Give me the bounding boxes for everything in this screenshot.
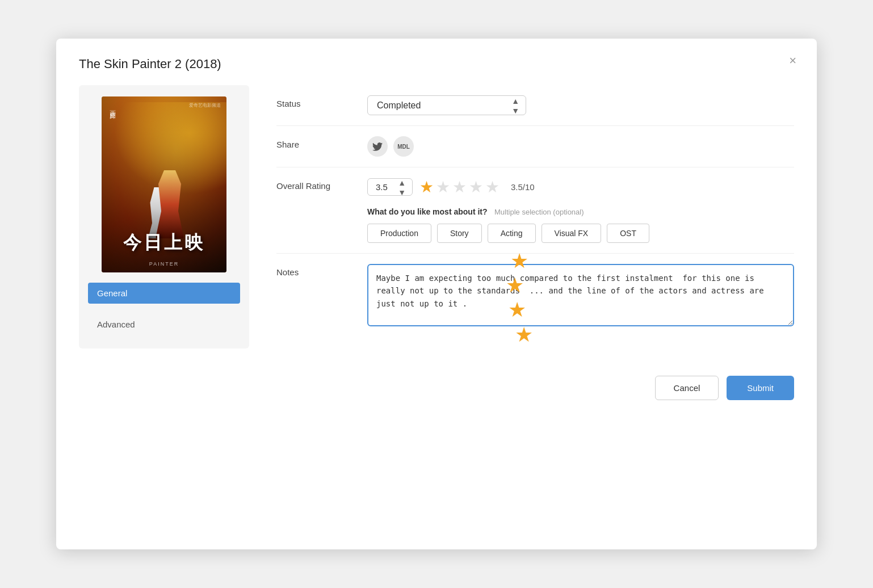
share-row: Share MDL	[276, 126, 794, 167]
rating-content: 3.5 0 0.5 1 1.5 2 2.5 3 4 4.5 5	[367, 178, 794, 243]
star-4[interactable]: ★	[469, 178, 483, 196]
stars-display: ★ ★ ★ ★ ★	[419, 178, 500, 196]
modal-footer: Cancel Submit	[79, 367, 794, 400]
star-3[interactable]: ★	[452, 178, 467, 196]
poster-vertical-text: 画皮师	[108, 106, 117, 109]
notes-content: Maybe I am expecting too much compared t…	[367, 264, 794, 329]
modal-body: 爱奇艺电影频道 画皮师 今日上映 PAINTER General Advance…	[79, 85, 794, 348]
tag-story[interactable]: Story	[437, 224, 482, 243]
tag-buttons-container: Production Story Acting Visual FX OST	[367, 224, 794, 243]
share-content: MDL	[367, 136, 794, 157]
tag-ost[interactable]: OST	[607, 224, 649, 243]
rating-label: Overall Rating	[276, 178, 367, 191]
notes-textarea[interactable]: Maybe I am expecting too much compared t…	[367, 264, 794, 326]
left-panel: 爱奇艺电影频道 画皮师 今日上映 PAINTER General Advance…	[79, 85, 249, 348]
rating-row: Overall Rating 3.5 0 0.5 1 1.5 2 2.5	[276, 167, 794, 254]
status-row: Status Completed Watching Plan to Watch …	[276, 85, 794, 126]
rating-text: 3.5/10	[511, 182, 535, 192]
twitter-share-button[interactable]	[367, 136, 388, 157]
poster-title-cn: 今日上映	[123, 230, 205, 255]
what-like-label: What do you like most about it?	[367, 207, 488, 216]
status-select[interactable]: Completed Watching Plan to Watch Dropped…	[367, 95, 526, 115]
what-like-section: What do you like most about it? Multiple…	[367, 207, 794, 243]
star-5[interactable]: ★	[485, 178, 500, 196]
modal-title: The Skin Painter 2 (2018)	[79, 57, 794, 72]
notes-row: Notes Maybe I am expecting too much comp…	[276, 254, 794, 339]
cancel-button[interactable]: Cancel	[655, 376, 719, 400]
poster-brand: 爱奇艺电影频道	[189, 102, 221, 108]
status-content: Completed Watching Plan to Watch Dropped…	[367, 95, 794, 115]
star-2[interactable]: ★	[436, 178, 450, 196]
status-label: Status	[276, 95, 367, 108]
right-panel: Status Completed Watching Plan to Watch …	[272, 85, 794, 348]
what-like-optional: Multiple selection (optional)	[494, 208, 584, 216]
mdl-share-button[interactable]: MDL	[393, 136, 414, 157]
share-label: Share	[276, 136, 367, 149]
submit-button[interactable]: Submit	[727, 376, 794, 400]
close-button[interactable]: ×	[789, 54, 796, 67]
nav-advanced-button[interactable]: Advanced	[88, 314, 240, 335]
notes-label: Notes	[276, 264, 367, 277]
rating-select-wrapper: 3.5 0 0.5 1 1.5 2 2.5 3 4 4.5 5	[367, 178, 413, 196]
movie-poster: 爱奇艺电影频道 画皮师 今日上映 PAINTER	[102, 96, 226, 272]
rating-controls: 3.5 0 0.5 1 1.5 2 2.5 3 4 4.5 5	[367, 178, 794, 196]
status-select-wrapper: Completed Watching Plan to Watch Dropped…	[367, 95, 526, 115]
tag-visual-fx[interactable]: Visual FX	[542, 224, 602, 243]
nav-general-button[interactable]: General	[88, 283, 240, 304]
tag-production[interactable]: Production	[367, 224, 431, 243]
star-1[interactable]: ★	[419, 178, 434, 196]
tag-acting[interactable]: Acting	[488, 224, 536, 243]
modal-dialog: The Skin Painter 2 (2018) × 爱奇艺电影频道 画皮师 …	[56, 39, 817, 549]
poster-art: 爱奇艺电影频道 画皮师 今日上映 PAINTER	[102, 96, 226, 272]
share-icons-row: MDL	[367, 136, 794, 157]
poster-subtitle: PAINTER	[149, 261, 179, 267]
rating-select[interactable]: 3.5 0 0.5 1 1.5 2 2.5 3 4 4.5 5	[367, 178, 413, 196]
